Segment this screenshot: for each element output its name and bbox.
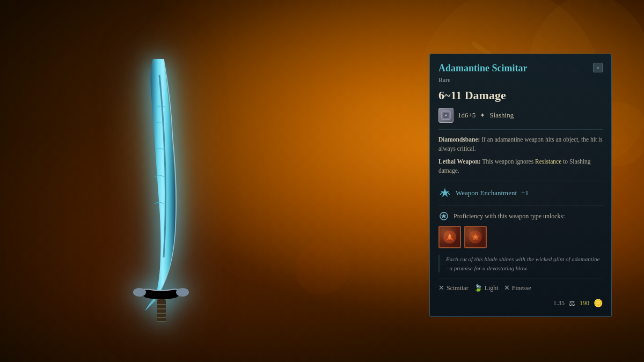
skill-icons-row — [438, 226, 603, 248]
enchantment-row: Weapon Enchantment +1 — [438, 187, 603, 200]
tag-finesse: ✕ Finesse — [504, 284, 531, 292]
tag-light: 🍃 Light — [474, 284, 499, 292]
close-button[interactable]: × — [593, 63, 603, 72]
tooltip-header: Adamantine Scimitar × — [438, 63, 603, 74]
svg-point-17 — [445, 115, 447, 116]
tag-scimitar: ✕ Scimitar — [438, 284, 469, 292]
item-tooltip: Adamantine Scimitar × Rare 6~11 Damage 1… — [429, 54, 612, 317]
property-lethal: Lethal Weapon: This weapon ignores Resis… — [438, 157, 603, 176]
bottom-row: 1.35 ⚖ 190 🪙 — [438, 299, 603, 308]
svg-rect-7 — [157, 299, 166, 322]
tag-finesse-label: Finesse — [512, 284, 531, 292]
gold-value: 190 — [580, 299, 589, 307]
sword-illustration — [107, 43, 215, 322]
svg-point-22 — [448, 235, 451, 239]
svg-point-21 — [443, 231, 456, 243]
enchant-value: +1 — [521, 189, 529, 197]
divider-2 — [438, 181, 603, 181]
property-name-1: Diamondsbane: — [438, 136, 480, 143]
item-damage: 6~11 Damage — [438, 88, 603, 102]
svg-line-18 — [440, 193, 442, 195]
finesse-icon: ✕ — [504, 284, 510, 292]
dice-label: 1d6+5 — [458, 111, 475, 120]
proficiency-row: Proficiency with this weapon type unlock… — [438, 211, 603, 221]
proficiency-icon — [438, 211, 449, 221]
property-diamondsbane: Diamondsbane: If an adamantine weapon hi… — [438, 135, 603, 154]
svg-point-4 — [295, 241, 349, 295]
svg-point-23 — [469, 231, 482, 243]
divider-3 — [438, 205, 603, 205]
tag-scimitar-label: Scimitar — [447, 284, 469, 292]
skill-icon-2 — [464, 226, 487, 248]
weight-icon: ⚖ — [569, 299, 575, 308]
divider-1 — [438, 129, 603, 130]
item-rarity: Rare — [438, 76, 603, 84]
coin-icon: 🪙 — [594, 299, 603, 308]
slash-icon: ✦ — [480, 112, 485, 120]
svg-point-24 — [474, 236, 477, 238]
weight-value: 1.35 — [553, 299, 565, 307]
svg-point-5 — [133, 288, 146, 297]
item-name: Adamantine Scimitar — [438, 63, 528, 74]
enchant-icon — [438, 187, 451, 200]
damage-dice-row: 1d6+5 ✦ Slashing — [438, 108, 603, 123]
enchant-label: Weapon Enchantment — [456, 189, 517, 197]
property-name-2: Lethal Weapon: — [438, 158, 481, 165]
proficiency-label: Proficiency with this weapon type unlock… — [453, 212, 565, 220]
flavor-text: Each cut of this blade shines with the w… — [438, 255, 603, 272]
divider-4 — [438, 278, 603, 278]
light-icon: 🍃 — [474, 284, 482, 292]
scimitar-icon: ✕ — [438, 284, 444, 292]
tag-light-label: Light — [485, 284, 499, 292]
dice-icon — [438, 108, 453, 123]
skill-icon-1 — [438, 226, 461, 248]
tags-row: ✕ Scimitar 🍃 Light ✕ Finesse — [438, 284, 603, 292]
damage-type: Slashing — [489, 111, 514, 120]
svg-point-6 — [176, 288, 189, 297]
svg-line-19 — [448, 193, 450, 195]
